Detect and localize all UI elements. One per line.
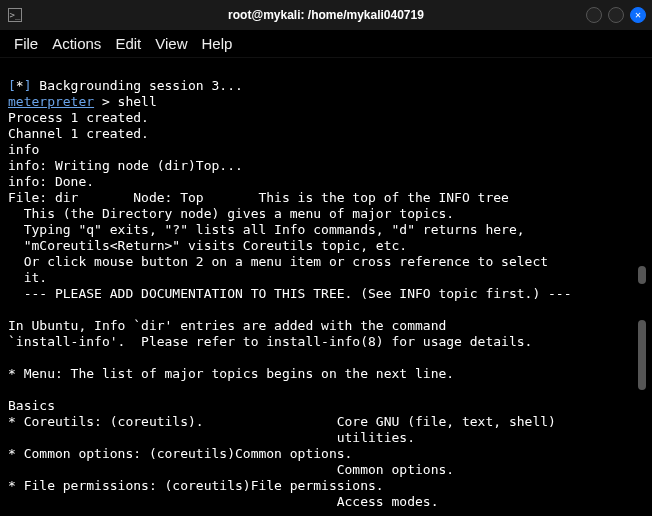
maximize-button[interactable] xyxy=(608,7,624,23)
text: Backgrounding session 3 xyxy=(31,78,219,93)
text: * Common options: (coreutils)Common opti… xyxy=(8,446,352,461)
meterpreter-prompt: meterpreter xyxy=(8,94,94,109)
text: `install-info'. Please refer to install-… xyxy=(8,334,532,349)
text: it. xyxy=(8,270,47,285)
menu-edit[interactable]: Edit xyxy=(115,35,141,52)
text: > shell xyxy=(94,94,157,109)
text: This (the Directory node) gives a menu o… xyxy=(8,206,454,221)
text: info xyxy=(8,142,39,157)
menubar: File Actions Edit View Help xyxy=(0,30,652,58)
text: In Ubuntu, Info `dir' entries are added … xyxy=(8,318,446,333)
text: info: Writing node (dir)Top xyxy=(8,158,219,173)
terminal-output[interactable]: [*] Backgrounding session 3... meterpret… xyxy=(0,58,652,516)
menu-file[interactable]: File xyxy=(14,35,38,52)
text: --- PLEASE ADD DOCUMENTATION TO THIS TRE… xyxy=(8,286,572,301)
text: Common options. xyxy=(8,462,454,477)
close-button[interactable] xyxy=(630,7,646,23)
ellipsis: ... xyxy=(219,78,242,93)
text: * Menu: The list of major topics begins … xyxy=(8,366,454,381)
window-title: root@mykali: /home/mykali040719 xyxy=(228,8,424,22)
text: * File permissions: (coreutils)File perm… xyxy=(8,478,384,493)
text: File: dir Node: Top This is the top of t… xyxy=(8,190,509,205)
ellipsis: ... xyxy=(219,158,242,173)
menu-help[interactable]: Help xyxy=(201,35,232,52)
terminal-window: >_ root@mykali: /home/mykali040719 File … xyxy=(0,0,652,516)
text: info: Done. xyxy=(8,174,94,189)
text: Or click mouse button 2 on a menu item o… xyxy=(8,254,548,269)
text: Access modes. xyxy=(8,494,438,509)
text: Channel 1 created. xyxy=(8,126,149,141)
terminal-icon: >_ xyxy=(8,8,22,22)
menu-actions[interactable]: Actions xyxy=(52,35,101,52)
star: * xyxy=(16,78,24,93)
bracket: [ xyxy=(8,78,16,93)
titlebar[interactable]: >_ root@mykali: /home/mykali040719 xyxy=(0,0,652,30)
minimize-button[interactable] xyxy=(586,7,602,23)
text: Basics xyxy=(8,398,55,413)
text: utilities. xyxy=(8,430,415,445)
text: "mCoreutils<Return>" visits Coreutils to… xyxy=(8,238,407,253)
text: Process 1 created. xyxy=(8,110,149,125)
scrollbar-thumb[interactable] xyxy=(638,320,646,390)
text: * Coreutils: (coreutils). Core GNU (file… xyxy=(8,414,556,429)
window-controls xyxy=(586,7,646,23)
text: Typing "q" exits, "?" lists all Info com… xyxy=(8,222,525,237)
menu-view[interactable]: View xyxy=(155,35,187,52)
scrollbar-thumb[interactable] xyxy=(638,266,646,284)
